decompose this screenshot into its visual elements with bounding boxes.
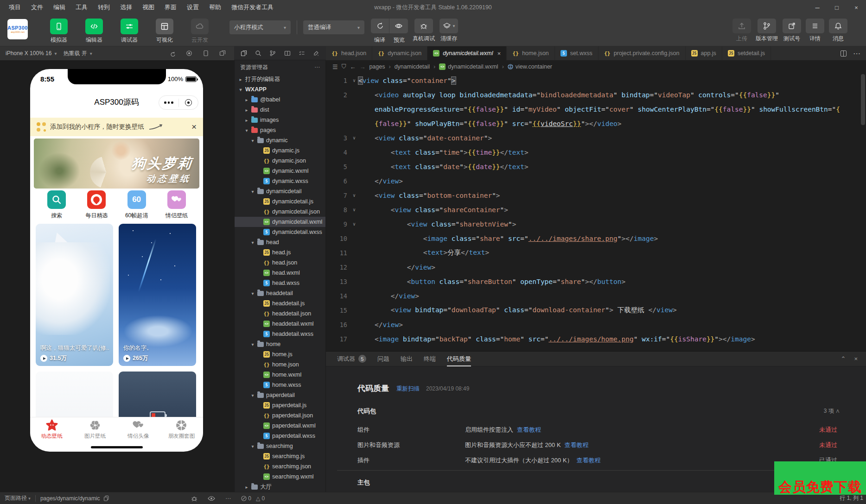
menu-item-设置[interactable]: 设置 [183, 1, 203, 13]
tab-setdetail.js[interactable]: JSsetdetail.js [722, 46, 771, 60]
tree-item-home.wxml[interactable]: <>home.wxml [235, 370, 325, 380]
tree-item-paperdetail.json[interactable]: {}paperdetail.json [235, 410, 325, 421]
tree-item-dynamicdetail.js[interactable]: JSdynamicdetail.js [235, 196, 325, 207]
tree-item-@babel[interactable]: ▸@babel [235, 94, 325, 105]
collapse-panel-icon[interactable]: ⌃ [841, 355, 846, 362]
action-refresh-icon[interactable] [371, 19, 389, 33]
vconsole-bug-icon[interactable] [191, 495, 197, 502]
device-select[interactable]: iPhone X 100% 16 [6, 50, 51, 57]
tab-app.js[interactable]: JSapp.js [686, 46, 722, 60]
tab-head.json[interactable]: {}head.json [326, 46, 372, 60]
toolbar-external-button[interactable]: 测试号 [783, 19, 801, 43]
tab-home.json[interactable]: {}home.json [507, 46, 555, 60]
search-icon[interactable] [255, 50, 261, 57]
tree-item-headdetail[interactable]: ▾headdetail [235, 288, 325, 298]
mode-select[interactable]: 小程序模式▾ [229, 20, 291, 34]
tab-dynamic.json[interactable]: {}dynamic.json [372, 46, 427, 60]
copy-path-icon[interactable] [104, 496, 109, 501]
debug-tab-调试器[interactable]: 调试器5 [337, 352, 366, 366]
tree-item-大厅[interactable]: ▸大厅 [235, 482, 325, 492]
tree-item-searchimg.json[interactable]: {}searchimg.json [235, 461, 325, 472]
phone-tab-图片壁纸[interactable]: 图片壁纸 [73, 417, 116, 441]
minimize-button[interactable]: ─ [808, 0, 827, 15]
toolbar-layout-button[interactable]: 可视化 [150, 19, 179, 44]
tab-project.private.config.json[interactable]: {}project.private.config.json [599, 46, 686, 60]
tree-item-dynamicdetail[interactable]: ▾dynamicdetail [235, 186, 325, 196]
hero-banner[interactable]: 狗头萝莉 动态壁纸 [34, 139, 199, 189]
fold-chevron-icon[interactable]: ∨ [350, 193, 358, 198]
visibility-icon[interactable] [208, 496, 215, 501]
tree-item-home.json[interactable]: {}home.json [235, 359, 325, 370]
view-tutorial-link[interactable]: 查看教程 [577, 457, 601, 464]
back-icon[interactable]: ← [350, 63, 356, 70]
tree-item-head.wxss[interactable]: Shead.wxss [235, 278, 325, 288]
close-tab-icon[interactable]: × [497, 50, 501, 57]
page-path-select[interactable]: 页面路径 ▾ [5, 494, 31, 502]
phone-tab-动态壁纸[interactable]: 动态壁纸 [30, 417, 73, 441]
explorer-more-icon[interactable]: ⋯ [314, 64, 320, 70]
split-editor-icon[interactable] [841, 50, 847, 57]
phone-tab-朋友圈套图[interactable]: 朋友圈套图 [160, 417, 203, 441]
split-icon[interactable] [284, 50, 291, 57]
toolbar-cloud-button[interactable]: 云开发 [185, 19, 214, 44]
phone-tab-情侣头像[interactable]: 情侣头像 [117, 417, 160, 441]
more-icon[interactable]: ⋯ [225, 495, 231, 502]
fold-chevron-icon[interactable]: ∨ [350, 207, 358, 212]
tree-item-WXAPP[interactable]: ▾WXAPP [235, 84, 325, 94]
fold-chevron-icon[interactable]: ∨ [350, 221, 358, 227]
problems-summary[interactable]: 0 △ 0 [241, 495, 265, 502]
debug-tab-代码质量[interactable]: 代码质量 [447, 352, 471, 366]
tree-item-paperdetail[interactable]: ▾paperdetail [235, 390, 325, 400]
toolbar-bell-button[interactable]: 消息 [829, 19, 847, 43]
toolbar-list-button[interactable]: 详情 [806, 19, 824, 43]
tree-item-home.wxss[interactable]: Shome.wxss [235, 380, 325, 390]
toolbar-sliders-button[interactable]: 调试器 [115, 19, 144, 44]
menu-item-选择[interactable]: 选择 [116, 1, 136, 13]
close-panel-icon[interactable]: × [854, 355, 858, 362]
tree-item-home[interactable]: ▾home [235, 339, 325, 349]
wallpaper-card[interactable] [36, 372, 113, 417]
tree-item-headdetail.wxss[interactable]: Sheaddetail.wxss [235, 329, 325, 339]
wallpaper-card[interactable] [119, 372, 196, 417]
files-icon[interactable] [241, 50, 247, 57]
rescan-link[interactable]: 重新扫描 [396, 385, 420, 393]
action-layers-icon[interactable]: ▾清缓存 [439, 19, 458, 44]
toolbar-phone-button[interactable]: 模拟器 [45, 19, 73, 44]
tree-item-dynamicdetail.wxss[interactable]: Sdynamicdetail.wxss [235, 227, 325, 237]
maximize-button[interactable]: □ [827, 0, 847, 15]
record-icon[interactable] [186, 50, 192, 57]
close-target-icon[interactable] [179, 99, 198, 106]
tree-item-dynamicdetail.wxml[interactable]: <>dynamicdetail.wxml [235, 217, 325, 227]
close-button[interactable]: × [847, 0, 866, 15]
tree-item-searchimg[interactable]: ▾searchimg [235, 441, 325, 451]
menu-item-帮助[interactable]: 帮助 [205, 1, 225, 13]
tree-item-headdetail.json[interactable]: {}headdetail.json [235, 309, 325, 319]
tree-item-dynamicdetail.json[interactable]: {}dynamicdetail.json [235, 207, 325, 217]
tree-item-searchimg.wxml[interactable]: <>searchimg.wxml [235, 472, 325, 482]
theme-icon[interactable] [313, 50, 319, 57]
debug-tab-问题[interactable]: 问题 [377, 352, 389, 366]
menu-item-项目[interactable]: 项目 [5, 1, 25, 13]
forward-icon[interactable]: → [359, 63, 365, 70]
debug-tab-终端[interactable]: 终端 [424, 352, 436, 366]
more-actions-icon[interactable]: ⋯ [853, 49, 860, 58]
bookmark-icon[interactable]: ⛉ [342, 63, 346, 70]
multi-window-icon[interactable] [219, 50, 226, 57]
tree-item-dynamic.json[interactable]: {}dynamic.json [235, 156, 325, 166]
action-eye-icon[interactable] [389, 19, 408, 33]
tab-dynamicdetail.wxml[interactable]: <>dynamicdetail.wxml× [427, 46, 507, 60]
tree-item-paperdetail.js[interactable]: JSpaperdetail.js [235, 400, 325, 410]
rotate-icon[interactable] [169, 50, 176, 57]
project-avatar[interactable]: ASP300asp300.net [7, 19, 28, 39]
checklist-icon[interactable] [299, 50, 305, 57]
breadcrumb-item[interactable]: <>dynamicdetail.wxml [439, 63, 498, 70]
menu-item-工具[interactable]: 工具 [71, 1, 92, 13]
menu-item-文件[interactable]: 文件 [27, 1, 47, 13]
wallpaper-card[interactable]: 啊这，猫猫太可爱了叭(修... 31.5万 [36, 224, 113, 366]
quick-entry-搜索[interactable]: 搜索 [40, 190, 73, 220]
quick-entry-情侣壁纸[interactable]: 情侣壁纸 [160, 190, 193, 220]
tree-item-dynamic.js[interactable]: JSdynamic.js [235, 145, 325, 156]
code-area[interactable]: 1∨<view class="container">2 <video autop… [326, 73, 866, 351]
wallpaper-card[interactable]: 你的名字。 265万 [119, 224, 196, 366]
view-tutorial-link[interactable]: 查看教程 [517, 426, 541, 433]
